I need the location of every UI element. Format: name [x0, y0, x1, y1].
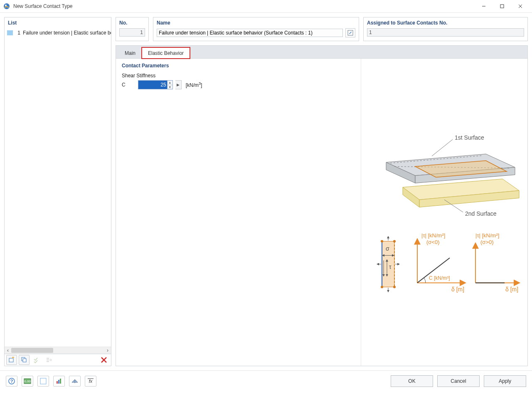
fx-button[interactable]: fx — [85, 376, 96, 387]
svg-text:0,00: 0,00 — [24, 379, 31, 383]
svg-text:fx: fx — [89, 379, 93, 384]
scroll-thumb[interactable] — [11, 348, 53, 353]
list-panel: List 1 Failure under tension | Elastic s… — [4, 17, 111, 366]
top-fields: No. Name Assigned to Surface Contacts No… — [116, 17, 528, 41]
list-body: 1 Failure under tension | Elastic surfac… — [5, 28, 111, 347]
delete-item-button[interactable] — [99, 355, 109, 365]
svg-rect-53 — [60, 379, 61, 384]
svg-line-13 — [432, 140, 453, 156]
scroll-left-icon[interactable]: ‹ — [5, 347, 11, 354]
view-button[interactable] — [69, 376, 81, 387]
titlebar: New Surface Contact Type — [0, 0, 532, 13]
edit-name-button[interactable] — [345, 28, 355, 37]
svg-rect-50 — [40, 378, 46, 384]
contact-parameters-pane: Contact Parameters Shear Stiffness C 25 … — [116, 59, 361, 366]
check-on-button — [31, 355, 42, 365]
app-icon — [3, 3, 10, 10]
no-input[interactable] — [119, 28, 145, 37]
maximize-button[interactable] — [493, 0, 511, 12]
shear-stiffness-label: Shear Stiffness — [122, 73, 355, 79]
copy-item-button[interactable] — [19, 355, 30, 365]
window-controls — [475, 0, 530, 12]
shear-symbol: C — [122, 82, 126, 88]
new-item-button[interactable] — [6, 355, 17, 365]
surface1-label: 1st Surface — [455, 134, 484, 141]
diagram-pane: 1st Surface — [361, 59, 527, 366]
svg-text:C [kN/m³]: C [kN/m³] — [429, 275, 450, 281]
left-column: List 1 Failure under tension | Elastic s… — [4, 17, 111, 366]
graph-sigma-neg: |τ| [kN/m²] (σ<0) C [kN/m³] δ [m] — [417, 232, 464, 293]
ok-button[interactable]: OK — [391, 375, 433, 387]
svg-text:(σ<0): (σ<0) — [426, 239, 440, 245]
svg-text:τ: τ — [389, 264, 392, 270]
tab-elastic-behavior[interactable]: Elastic Behavior — [142, 47, 190, 59]
tabs-container: Main Elastic Behavior Contact Parameters… — [116, 45, 528, 366]
svg-point-29 — [381, 286, 383, 288]
svg-text:(σ>0): (σ>0) — [480, 239, 494, 245]
svg-point-9 — [50, 359, 52, 361]
list-item-number: 1 — [15, 30, 20, 36]
shear-unit: [kN/m3] — [186, 81, 202, 88]
list-header: List — [5, 17, 111, 28]
svg-point-27 — [381, 240, 383, 243]
right-column: No. Name Assigned to Surface Contacts No… — [116, 17, 528, 366]
svg-text:σ: σ — [386, 245, 389, 252]
surface2-label: 2nd Surface — [465, 210, 497, 217]
list-item-swatch — [7, 30, 13, 35]
no-label: No. — [116, 17, 148, 27]
svg-text:|τ| [kN/m²]: |τ| [kN/m²] — [421, 232, 445, 239]
list-toolbar — [5, 354, 111, 366]
svg-rect-52 — [58, 380, 59, 384]
shear-stiffness-row: C 25 ▲ ▼ ▶ [kN/m3] — [122, 80, 355, 89]
step-arrow-button[interactable]: ▶ — [175, 80, 182, 89]
scroll-right-icon[interactable]: › — [104, 347, 111, 354]
no-panel: No. — [116, 17, 149, 41]
bottombar: ? 0,00 fx OK Cancel Apply — [0, 370, 532, 392]
svg-rect-8 — [23, 359, 26, 362]
list-item-label: Failure under tension | Elastic surface … — [23, 30, 111, 36]
svg-text:δ [m]: δ [m] — [505, 286, 518, 293]
close-button[interactable] — [511, 0, 530, 12]
scroll-track[interactable] — [11, 348, 104, 353]
contact-parameters-title: Contact Parameters — [122, 63, 355, 69]
spinner-down-icon[interactable]: ▼ — [167, 85, 172, 89]
name-label: Name — [153, 17, 359, 27]
shear-value-input[interactable]: 25 ▲ ▼ — [138, 80, 173, 89]
apply-button[interactable]: Apply — [484, 375, 526, 387]
svg-rect-6 — [9, 358, 13, 362]
tab-strip: Main Elastic Behavior — [116, 45, 528, 58]
shear-value-field[interactable]: 25 — [138, 81, 167, 89]
stress-strip: σ τ — [378, 237, 399, 291]
window-title: New Surface Contact Type — [13, 3, 475, 9]
check-off-button — [44, 355, 54, 365]
help-button[interactable]: ? — [6, 376, 17, 387]
shear-spinner[interactable]: ▲ ▼ — [167, 81, 172, 89]
workarea: List 1 Failure under tension | Elastic s… — [0, 13, 532, 370]
bottom-tool-icons: ? 0,00 fx — [6, 376, 96, 387]
units-button[interactable]: 0,00 — [22, 376, 33, 387]
svg-text:δ [m]: δ [m] — [451, 286, 464, 293]
assigned-input[interactable] — [367, 28, 524, 37]
svg-rect-51 — [57, 381, 58, 384]
chart-button[interactable] — [53, 376, 65, 387]
svg-point-28 — [393, 240, 396, 243]
diagram-svg: 1st Surface — [361, 59, 527, 366]
svg-rect-3 — [500, 5, 504, 8]
assigned-panel: Assigned to Surface Contacts No. — [363, 17, 528, 41]
blank-button[interactable] — [37, 376, 49, 387]
svg-text:?: ? — [10, 379, 13, 384]
bottom-surface — [403, 179, 519, 207]
list-horizontal-scrollbar[interactable]: ‹ › — [5, 347, 111, 354]
list-item[interactable]: 1 Failure under tension | Elastic surfac… — [5, 28, 111, 37]
tab-body: Contact Parameters Shear Stiffness C 25 … — [116, 58, 528, 366]
cancel-button[interactable]: Cancel — [437, 375, 480, 387]
graph-sigma-pos: |τ| [kN/m²] (σ>0) δ [m] — [475, 232, 518, 293]
svg-point-30 — [393, 286, 396, 288]
spinner-up-icon[interactable]: ▲ — [167, 81, 172, 85]
surfaces-diagram: 1st Surface — [386, 134, 519, 217]
minimize-button[interactable] — [475, 0, 493, 12]
dialog-buttons: OK Cancel Apply — [391, 375, 526, 387]
tab-main[interactable]: Main — [118, 47, 142, 59]
name-input[interactable] — [157, 29, 343, 37]
svg-text:|τ| [kN/m²]: |τ| [kN/m²] — [475, 232, 499, 239]
